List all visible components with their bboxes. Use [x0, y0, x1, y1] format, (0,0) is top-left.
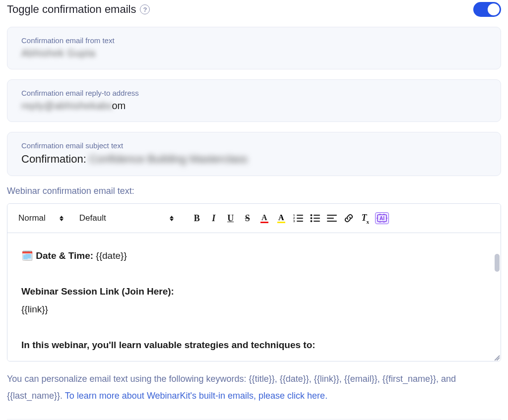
- date-time-label: Date & Time:: [36, 250, 93, 261]
- highlight-button[interactable]: A: [274, 211, 289, 226]
- reply-to-suffix: om: [112, 100, 126, 112]
- email-body-section-label: Webinar confirmation email text:: [7, 186, 501, 196]
- subject-value: Confidence Building Masterclass: [89, 153, 248, 166]
- subject-card[interactable]: Confirmation email subject text Confirma…: [7, 132, 501, 176]
- from-text-value: Abhishek Gupta: [21, 48, 487, 59]
- svg-point-9: [310, 214, 312, 216]
- subject-label: Confirmation email subject text: [21, 141, 487, 150]
- section-divider: [7, 419, 501, 420]
- email-body-editor: Normal Default B I U S A A 123: [7, 203, 501, 361]
- svg-point-10: [310, 217, 312, 219]
- from-text-card[interactable]: Confirmation email from text Abhishek Gu…: [7, 27, 501, 69]
- ordered-list-button[interactable]: 123: [291, 211, 306, 226]
- svg-point-11: [310, 220, 312, 222]
- link-button[interactable]: [341, 211, 356, 226]
- toggle-label-group: Toggle confirmation emails ?: [7, 3, 150, 16]
- bold-button[interactable]: B: [190, 211, 204, 226]
- clear-format-button[interactable]: Tx: [358, 211, 373, 226]
- editor-toolbar: Normal Default B I U S A A 123: [7, 204, 501, 233]
- date-time-placeholder: {{date}}: [96, 250, 127, 261]
- heading-select-value: Normal: [18, 213, 46, 223]
- editor-content-area[interactable]: 🗓️ Date & Time: {{date}} Webinar Session…: [7, 233, 501, 361]
- strikethrough-button[interactable]: S: [240, 211, 255, 226]
- heading-select[interactable]: Normal: [18, 213, 64, 223]
- subject-prefix: Confirmation:: [21, 153, 86, 166]
- underline-button[interactable]: U: [223, 211, 238, 226]
- align-button[interactable]: [324, 211, 339, 226]
- calendar-icon: 🗓️: [21, 250, 33, 261]
- svg-text:AI: AI: [380, 216, 384, 221]
- italic-button[interactable]: I: [206, 211, 221, 226]
- ai-button[interactable]: AI: [375, 212, 389, 224]
- svg-text:3: 3: [293, 220, 295, 223]
- chevron-updown-icon: [60, 216, 64, 221]
- toggle-knob: [488, 3, 500, 15]
- learn-more-link[interactable]: To learn more about WebinarKit's built-i…: [65, 391, 327, 401]
- confirmation-emails-toggle[interactable]: [473, 2, 501, 17]
- font-select-value: Default: [79, 213, 106, 223]
- bullet-list-button[interactable]: [308, 211, 322, 226]
- help-icon[interactable]: ?: [140, 4, 150, 14]
- learn-heading: In this webinar, you'll learn valuable s…: [21, 336, 487, 354]
- resize-handle-icon[interactable]: [493, 353, 500, 360]
- font-select[interactable]: Default: [79, 213, 174, 223]
- personalization-hint: You can personalize email text using the…: [7, 370, 501, 404]
- reply-to-value: reply@abhishekabc: [21, 100, 113, 112]
- from-text-label: Confirmation email from text: [21, 36, 487, 45]
- session-link-heading: Webinar Session Link (Join Here):: [21, 283, 487, 300]
- reply-to-card[interactable]: Confirmation email reply-to address repl…: [7, 79, 501, 122]
- scrollbar-thumb[interactable]: [495, 254, 500, 272]
- toggle-label: Toggle confirmation emails: [7, 3, 136, 16]
- reply-to-value-row: reply@abhishekabc om: [21, 100, 487, 112]
- confirmation-emails-toggle-row: Toggle confirmation emails ?: [7, 0, 501, 27]
- chevron-updown-icon: [170, 216, 174, 221]
- subject-value-row: Confirmation: Confidence Building Master…: [21, 153, 487, 166]
- session-link-placeholder: {{link}}: [21, 300, 487, 318]
- text-color-button[interactable]: A: [257, 211, 272, 226]
- reply-to-label: Confirmation email reply-to address: [21, 89, 487, 97]
